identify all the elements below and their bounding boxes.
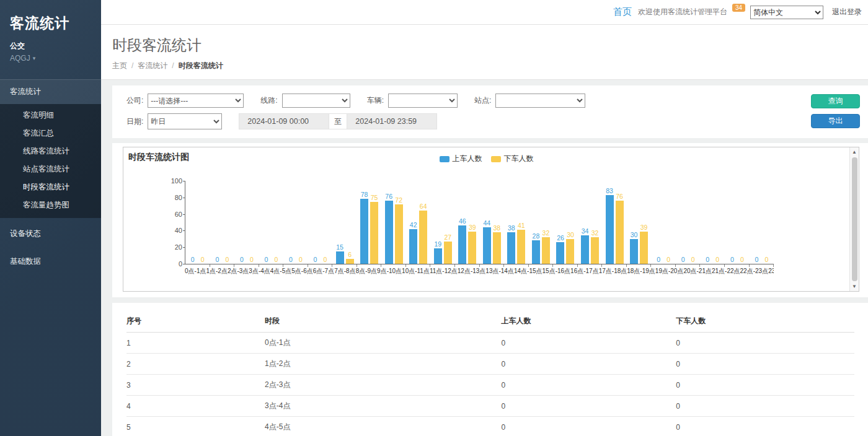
bar[interactable] (566, 239, 574, 264)
vehicle-select[interactable] (388, 94, 458, 108)
sidebar-subitem[interactable]: 客流量趋势图 (0, 196, 101, 214)
bar[interactable] (468, 232, 476, 264)
bar[interactable] (616, 201, 624, 264)
bar[interactable] (483, 227, 491, 264)
bar-column: 0 (753, 256, 761, 264)
sidebar-subitem[interactable]: 线路客流统计 (0, 142, 101, 160)
bar[interactable] (591, 237, 599, 264)
bar[interactable] (409, 229, 417, 264)
bar[interactable] (385, 201, 393, 264)
bar-group: 00 (185, 181, 210, 264)
chart-vertical-scrollbar[interactable]: ▲ ▼ (849, 147, 859, 291)
legend-item[interactable]: 上车人数 (440, 154, 482, 164)
bar[interactable] (640, 232, 648, 264)
table-panel: 序号时段上车人数下车人数 10点-1点0021点-2点0032点-3点0043点… (112, 303, 868, 436)
legend-item[interactable]: 下车人数 (491, 154, 534, 164)
sidebar-subitem[interactable]: 时段客流统计 (0, 178, 101, 196)
bar[interactable] (419, 211, 427, 264)
bar-column: 0 (689, 256, 697, 264)
profile-block: 公交 AQGJ ▾ (0, 33, 101, 63)
sidebar: 客流统计 公交 AQGJ ▾ 客流统计 客流明细客流汇总线路客流统计站点客流统计… (0, 0, 101, 436)
scrollbar-down-icon[interactable]: ▼ (852, 282, 857, 291)
bar-column: 19 (434, 240, 442, 264)
bar-value-label: 0 (681, 256, 685, 263)
table-cell: 0 (502, 417, 676, 436)
bar-column: 46 (458, 217, 466, 264)
sidebar-subitem[interactable]: 客流明细 (0, 107, 101, 124)
sidebar-item-passenger-stats[interactable]: 客流统计 (0, 79, 101, 104)
bar-column: 39 (468, 224, 476, 264)
bar-value-label: 38 (493, 224, 500, 232)
home-link[interactable]: 首页 (613, 6, 632, 18)
x-axis-label: 7点-8点 (334, 267, 355, 276)
caret-down-icon: ▾ (33, 55, 36, 61)
bar-column: 0 (704, 256, 712, 264)
profile-user-dropdown[interactable]: AQGJ ▾ (10, 54, 91, 63)
company-label: 公司: (126, 95, 143, 106)
bar-value-label: 44 (483, 219, 490, 227)
bar[interactable] (370, 202, 378, 264)
bar[interactable] (444, 242, 452, 264)
bar[interactable] (630, 239, 638, 264)
sidebar-item[interactable]: 基础数据 (0, 250, 101, 274)
line-select[interactable] (282, 94, 350, 108)
x-axis-label: 23点-24点 (768, 267, 774, 276)
station-select[interactable] (495, 94, 585, 108)
bar[interactable] (606, 195, 614, 264)
scrollbar-thumb[interactable] (852, 157, 857, 281)
bar[interactable] (360, 199, 368, 264)
x-axis-label: 20点-21点 (683, 267, 712, 276)
bar-group: 00 (651, 181, 676, 264)
bar-column: 27 (444, 233, 452, 264)
bar[interactable] (346, 259, 354, 264)
sidebar-subitem[interactable]: 客流汇总 (0, 124, 101, 142)
y-axis-tick: 0 (165, 260, 182, 268)
bar-column: 0 (714, 256, 722, 264)
bar-column: 75 (370, 194, 378, 264)
sidebar-subitem[interactable]: 站点客流统计 (0, 160, 101, 178)
bar-value-label: 0 (740, 256, 744, 263)
bar[interactable] (517, 230, 525, 264)
bar-column: 30 (630, 231, 638, 264)
language-select[interactable]: 简体中文 (750, 6, 823, 19)
bar-column: 0 (679, 256, 687, 264)
table-cell: 0 (502, 354, 676, 375)
bar[interactable] (507, 232, 515, 264)
sidebar-item[interactable]: 设备状态 (0, 222, 101, 246)
bar[interactable] (493, 232, 501, 264)
table-cell: 2点-3点 (265, 375, 502, 396)
date-to-input[interactable] (347, 113, 437, 129)
breadcrumb-item[interactable]: 客流统计 (138, 61, 167, 70)
bar-column: 0 (286, 256, 294, 264)
company-select[interactable]: ---请选择--- (148, 94, 244, 108)
breadcrumb-item[interactable]: 主页 (112, 61, 127, 70)
bar[interactable] (581, 235, 589, 264)
bar-column: 0 (738, 256, 746, 264)
bar[interactable] (395, 204, 403, 264)
bar[interactable] (556, 242, 564, 264)
table-cell: 3点-4点 (265, 396, 502, 417)
query-button[interactable]: 查询 (811, 94, 860, 108)
bar[interactable] (532, 240, 540, 264)
export-button[interactable]: 导出 (811, 114, 860, 128)
bar[interactable] (434, 248, 442, 264)
date-from-input[interactable] (239, 113, 329, 129)
breadcrumb-item: 时段客流统计 (179, 61, 223, 70)
bar-group: 00 (308, 181, 333, 264)
bar-group: 3039 (627, 181, 652, 264)
x-axis-label: 17点-18点 (599, 267, 627, 276)
bar[interactable] (542, 237, 550, 264)
date-preset-select[interactable]: 昨日 (148, 113, 222, 129)
bar[interactable] (336, 251, 344, 264)
company-filter: 公司: ---请选择--- (126, 94, 244, 108)
bar-value-label: 0 (264, 256, 268, 263)
bar[interactable] (458, 225, 466, 264)
chart-x-axis-labels: 0点-1点1点-2点2点-3点3点-4点4点-5点5点-6点6点-7点7点-8点… (185, 267, 774, 276)
sidebar-submenu: 客流明细客流汇总线路客流统计站点客流统计时段客流统计客流量趋势图 (0, 104, 101, 218)
bar-value-label: 0 (274, 256, 278, 263)
table-cell: 0点-1点 (265, 333, 502, 354)
logout-link[interactable]: 退出登录 (832, 7, 862, 17)
x-axis-label: 9点-10点 (377, 267, 402, 276)
vehicle-label: 车辆: (367, 95, 384, 106)
scrollbar-up-icon[interactable]: ▲ (852, 147, 857, 157)
